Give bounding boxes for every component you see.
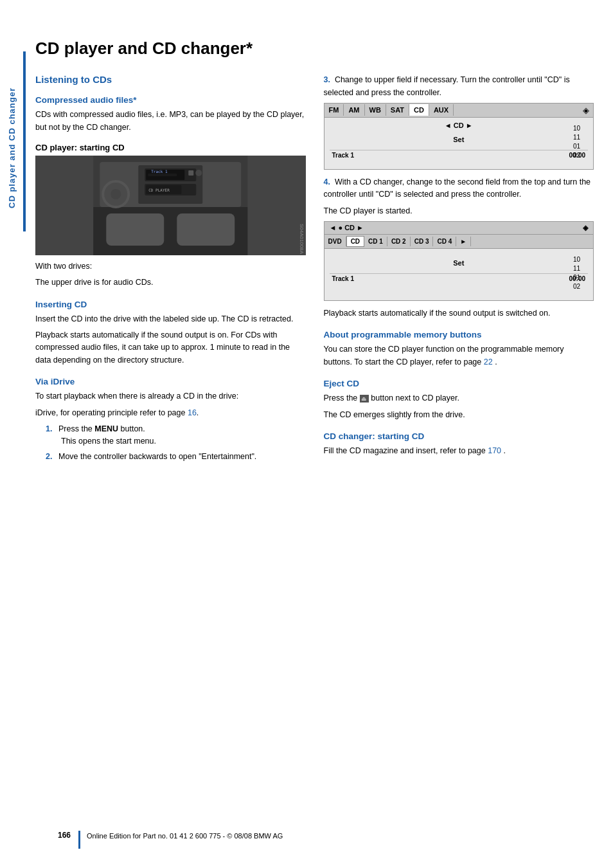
inserting-text2: Playback starts automatically if the sou… — [35, 329, 306, 366]
about-text1: You can store the CD player function on … — [324, 345, 564, 366]
eject-text1: Press the — [324, 393, 358, 402]
cd-player-image: Track 1 CD PLAYER S04A01008A — [35, 156, 306, 255]
c-track-num-01: 01 — [573, 273, 580, 282]
changer-text: Fill the CD magazine and insert, refer t… — [324, 445, 594, 457]
page-title: CD player and CD changer* — [35, 39, 594, 59]
page-number: 166 — [58, 831, 71, 840]
tab-cd4: CD 4 — [433, 237, 456, 246]
dashboard-visual: Track 1 CD PLAYER — [35, 156, 306, 255]
via-idrive-text: To start playback when there is already … — [35, 390, 306, 402]
changer-page-link[interactable]: 170 — [488, 446, 501, 455]
changer-top-row: ◄ ● CD ► ◈ — [324, 222, 594, 235]
about-memory-text: You can store the CD player function on … — [324, 343, 594, 368]
sidebar-label: CD player and CD changer — [0, 51, 23, 244]
changer-tabs: DVD CD CD 1 CD 2 CD 3 CD 4 ► — [324, 235, 594, 249]
about-memory-page-link[interactable]: 22 — [484, 357, 493, 366]
step3-body: Change to upper field if necessary. Turn… — [324, 75, 570, 96]
changer-body: 10 11 01 02 Set Track 1 00:00 — [324, 249, 594, 300]
changer-track-label: Track 1 — [332, 275, 354, 282]
sidebar-label-text: CD player and CD changer — [7, 87, 17, 208]
track-numbers: 10 11 01 02 — [573, 124, 580, 160]
compressed-audio-text: CDs with compressed audio files, i.e. MP… — [35, 109, 306, 134]
eject-text: Press the ⏏ button next to CD player. — [324, 392, 594, 404]
sidebar-blue-bar — [23, 51, 26, 231]
svg-point-14 — [111, 189, 121, 199]
changer-bottom-bar: Track 1 00:00 — [330, 273, 589, 284]
track-num-11: 11 — [573, 133, 580, 142]
track-num-02: 02 — [573, 151, 580, 160]
idrive-text-part: iDrive, for operating principle refer to… — [35, 408, 188, 417]
step4-body: With a CD changer, change to the second … — [324, 177, 591, 199]
image-caption1: With two drives: — [35, 260, 306, 273]
changer-text-part1: Fill the CD magazine and insert, refer t… — [324, 446, 486, 455]
step-1-result: This opens the start menu. — [58, 437, 156, 446]
tab-cd1: CD 1 — [364, 237, 387, 246]
inserting-cd-heading: Inserting CD — [35, 300, 306, 309]
track-label: Track 1 — [332, 152, 354, 159]
idrive-link-text: iDrive, for operating principle refer to… — [35, 407, 306, 419]
idrive-page-link[interactable]: 16 — [188, 408, 197, 417]
svg-text:Track 1: Track 1 — [151, 169, 168, 174]
tab-wb: WB — [365, 104, 386, 116]
tab-cd-changer: CD — [346, 236, 364, 247]
tab-aux: AUX — [429, 104, 454, 116]
step-1-text: Press the MENU button. This opens the st… — [58, 424, 156, 446]
track-num-10: 10 — [573, 124, 580, 133]
radio-tabs-1: FM AM WB SAT CD AUX ◈ — [324, 104, 594, 118]
display-icon: ◈ — [579, 104, 593, 117]
changer-set-button: Set — [330, 259, 589, 267]
step4-result: The CD player is started. — [324, 205, 594, 217]
step3-text: 3. Change to upper field if necessary. T… — [324, 74, 594, 99]
tab-cd2: CD 2 — [387, 237, 411, 246]
track-num-01: 01 — [573, 142, 580, 151]
tab-fm: FM — [324, 104, 344, 116]
tab-dvd: DVD — [324, 237, 346, 246]
svg-point-8 — [195, 170, 202, 176]
inserting-text1: Insert the CD into the drive with the la… — [35, 313, 306, 325]
image-caption-code: S04A01008A — [299, 224, 305, 254]
step-1: 1. Press the MENU button. This opens the… — [46, 423, 306, 448]
svg-rect-6 — [148, 174, 177, 176]
step-2-text: Move the controller backwards to open "E… — [58, 452, 256, 461]
image-caption2: The upper drive is for audio CDs. — [35, 276, 306, 289]
cd-starting-heading: CD player: starting CD — [35, 143, 306, 152]
c-track-num-11: 11 — [573, 264, 580, 273]
via-idrive-heading: Via iDrive — [35, 377, 306, 386]
main-content: CD player and CD changer* Listening to C… — [35, 0, 594, 518]
eject-cd-heading: Eject CD — [324, 379, 594, 388]
steps-list: 1. Press the MENU button. This opens the… — [46, 423, 306, 463]
tab-cd3: CD 3 — [411, 237, 434, 246]
cd-display-1: FM AM WB SAT CD AUX ◈ ◄ CD ► 10 11 01 02 — [324, 103, 594, 170]
c-track-num-02: 02 — [573, 282, 580, 291]
left-column: Listening to CDs Compressed audio files*… — [35, 74, 306, 467]
cd-top-nav: ◄ ● CD ► — [330, 224, 364, 232]
eject-text3: The CD emerges slightly from the drive. — [324, 409, 594, 421]
footer-blue-bar — [78, 831, 80, 849]
changer-icon: ◈ — [583, 224, 588, 232]
svg-rect-15 — [106, 213, 164, 246]
cd-nav-row: ◄ CD ► — [330, 122, 589, 129]
tab-more: ► — [456, 237, 471, 246]
radio-body-1: ◄ CD ► 10 11 01 02 Set Track 1 00:00 — [324, 118, 594, 169]
tab-cd-active: CD — [409, 104, 429, 116]
svg-rect-7 — [188, 170, 193, 176]
footer-text: Online Edition for Part no. 01 41 2 600 … — [87, 832, 283, 840]
about-memory-heading: About programmable memory buttons — [324, 330, 594, 339]
page-footer: 166 Online Edition for Part no. 01 41 2 … — [0, 831, 613, 849]
tab-am: AM — [344, 104, 364, 116]
step4-num: 4. — [324, 177, 330, 186]
svg-text:CD PLAYER: CD PLAYER — [148, 188, 170, 192]
tab-sat: SAT — [386, 104, 409, 116]
svg-rect-16 — [177, 213, 235, 246]
radio-bottom-bar: Track 1 00:00 — [330, 150, 589, 160]
step-2: 2. Move the controller backwards to open… — [46, 451, 306, 463]
c-track-num-10: 10 — [573, 255, 580, 264]
set-button: Set — [330, 136, 589, 143]
changer-track-numbers: 10 11 01 02 — [573, 255, 580, 291]
playback-text: Playback starts automatically if the sou… — [324, 307, 594, 320]
step4-text: 4. With a CD changer, change to the seco… — [324, 176, 594, 201]
step-2-num: 2. — [46, 451, 52, 463]
cd-changer-heading: CD changer: starting CD — [324, 431, 594, 441]
changer-text-part2: . — [504, 446, 506, 455]
listening-to-cds-heading: Listening to CDs — [35, 74, 306, 85]
